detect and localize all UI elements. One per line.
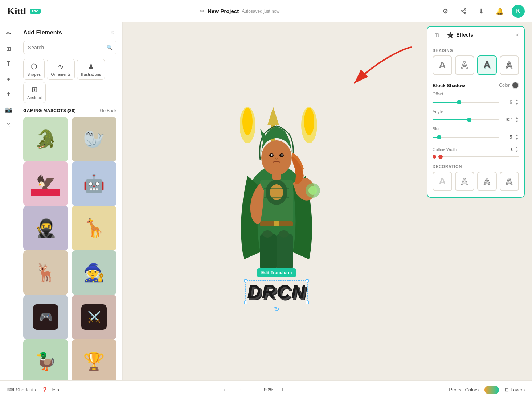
paintball-icon-button[interactable]: ● (2, 73, 15, 86)
category-illustrations[interactable]: ♟ Illustrations (77, 59, 105, 80)
outline-stepper-down[interactable]: ▼ (515, 149, 519, 153)
project-colors-label: Project Colors (449, 387, 479, 392)
offset-stepper-up[interactable]: ▲ (515, 98, 519, 102)
selection-handle-tr[interactable] (306, 279, 309, 282)
offset-slider[interactable] (433, 102, 499, 103)
offset-stepper[interactable]: ▲ ▼ (515, 98, 519, 106)
settings-button[interactable]: ⚙ (439, 5, 451, 17)
shortcuts-button[interactable]: ⌨ Shortcuts (7, 387, 36, 392)
blur-slider[interactable] (433, 137, 499, 138)
list-item[interactable]: 🦒 (72, 206, 117, 251)
download-button[interactable]: ⬇ (475, 5, 488, 17)
notifications-button[interactable]: 🔔 (494, 5, 506, 17)
outline-width-label: Outline Width (433, 147, 457, 152)
help-button[interactable]: ❓ Help (42, 387, 59, 392)
angle-stepper[interactable]: ▲ ▼ (515, 116, 519, 124)
deco-none[interactable]: A (433, 172, 452, 191)
list-item[interactable]: 🦌 (23, 250, 68, 295)
angle-stepper-down[interactable]: ▼ (515, 120, 519, 124)
blur-stepper[interactable]: ▲ ▼ (515, 133, 519, 141)
svg-text:A: A (483, 59, 490, 70)
project-info: ✏ New Project Autosaved just now (200, 8, 279, 15)
category-shapes[interactable]: ⬡ Shapes (23, 59, 45, 80)
table-icon-button[interactable]: ⊞ (2, 42, 15, 55)
category-abstract[interactable]: ⊞ Abstract (23, 82, 46, 103)
rotate-handle[interactable]: ↻ (274, 305, 279, 313)
project-icon: ✏ (200, 8, 205, 15)
selection-handle-tl[interactable] (244, 279, 247, 282)
svg-text:A: A (461, 176, 468, 187)
block-shadow-label: Block Shadow (433, 83, 465, 88)
shapes-label: Shapes (27, 72, 41, 77)
list-item[interactable]: 🤖 (72, 161, 117, 206)
zoom-in-button[interactable]: + (278, 385, 288, 395)
shading-outline[interactable]: A (455, 55, 475, 75)
camera-icon-button[interactable]: 📷 (2, 103, 15, 116)
angle-stepper-up[interactable]: ▲ (515, 116, 519, 120)
list-item[interactable]: 🦭 (72, 117, 117, 162)
elements-grid: 🐊 🦭 🦅 🤖 🥷 🦒 🦌 🧙 🎮 ⚔️ 🦆 🏆 (17, 117, 122, 380)
offset-stepper-down[interactable]: ▼ (515, 102, 519, 106)
list-item[interactable]: 🏆 (72, 339, 117, 380)
go-back-button[interactable]: Go Back (100, 108, 116, 113)
canvas-area[interactable]: Edit Transform DRCN ↻ (123, 22, 430, 380)
project-title[interactable]: New Project (208, 8, 239, 14)
panel-title: Add Elements (23, 29, 62, 36)
selection-handle-bl[interactable] (244, 301, 247, 304)
svg-point-35 (279, 230, 289, 238)
offset-slider-with-value: 6 ▲ ▼ (433, 98, 519, 106)
list-item[interactable]: 🐊 (23, 117, 68, 162)
color-dot[interactable] (512, 82, 519, 89)
shading-block-shadow[interactable]: A A (477, 55, 497, 75)
blur-value: 5 (502, 135, 512, 140)
category-ornaments[interactable]: ∿ Ornaments (47, 59, 74, 80)
list-item[interactable]: ⚔️ (72, 295, 117, 340)
edit-transform-badge[interactable]: Edit Transform (257, 268, 296, 277)
list-item[interactable]: 🥷 (23, 206, 68, 251)
text-element[interactable]: Edit Transform DRCN ↻ (245, 280, 308, 303)
deco-striped[interactable]: A A A (455, 172, 475, 191)
blur-stepper-up[interactable]: ▲ (515, 133, 519, 137)
section-title: GAMING MASCOTS (88) (23, 108, 76, 113)
shapes-icon: ⬡ (31, 62, 37, 71)
game-text[interactable]: DRCN (247, 282, 306, 301)
shading-none[interactable]: A (433, 55, 452, 75)
angle-value: -90° (502, 117, 512, 122)
upload-icon-button[interactable]: ⬆ (2, 88, 15, 101)
panel-close-button[interactable]: × (108, 28, 116, 37)
decoration-options: A A A A (427, 172, 524, 191)
angle-slider[interactable] (433, 119, 499, 120)
zoom-level[interactable]: 80% (264, 387, 273, 392)
search-input[interactable] (23, 41, 116, 54)
outline-stepper-up[interactable]: ▲ (515, 145, 519, 149)
deco-outlined[interactable]: A A (500, 172, 519, 191)
user-avatar[interactable]: K (512, 5, 525, 18)
text-icon-button[interactable]: T (2, 57, 15, 70)
panel-collapse-handle[interactable]: › (122, 195, 123, 208)
text-tab[interactable]: Tt (433, 31, 441, 40)
grid-icon-button[interactable]: ⁙ (2, 118, 15, 131)
effects-tab[interactable]: Effects (445, 30, 475, 40)
move-left-button[interactable]: ← (220, 385, 230, 395)
list-item[interactable]: 🦅 (23, 161, 68, 206)
zoom-out-button[interactable]: − (249, 385, 259, 395)
selection-handle-br[interactable] (306, 301, 309, 304)
edit-icon-button[interactable]: ✏ (2, 27, 15, 40)
blur-stepper-down[interactable]: ▼ (515, 137, 519, 141)
share-button[interactable] (457, 5, 470, 17)
svg-rect-6 (31, 189, 60, 196)
project-colors-toggle[interactable] (484, 386, 499, 394)
effects-close-button[interactable]: × (516, 32, 519, 38)
list-item[interactable]: 🎮 (23, 295, 68, 340)
deco-double-striped[interactable]: A A A (477, 172, 497, 191)
offset-value: 6 (502, 100, 512, 105)
outline-stepper[interactable]: ▲ ▼ (515, 145, 519, 153)
list-item[interactable]: 🦆 (23, 339, 68, 380)
outline-slider[interactable] (438, 156, 519, 157)
list-item[interactable]: 🧙 (72, 250, 117, 295)
layers-button[interactable]: ⊟ Layers (505, 387, 525, 392)
shortcuts-icon: ⌨ (7, 387, 14, 392)
shading-inner-shadow[interactable]: A A (500, 55, 519, 75)
move-right-button[interactable]: → (235, 385, 245, 395)
help-label: Help (49, 387, 59, 392)
